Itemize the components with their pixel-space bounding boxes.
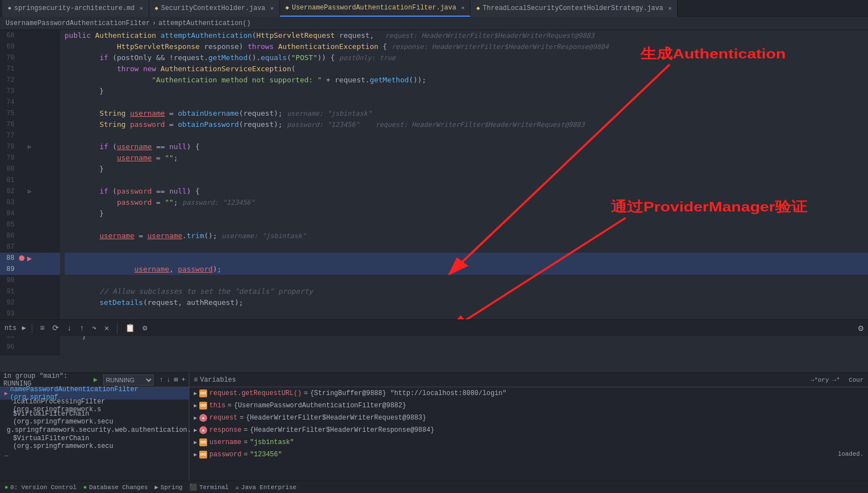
var-item-response[interactable]: ▶ ● response = {HeaderWriterFilter$Heade… [189, 424, 868, 436]
line-num-87: 87 [0, 243, 18, 251]
cs-item-6[interactable]: … [0, 448, 189, 461]
var-expand-password[interactable]: ▶ [194, 451, 197, 458]
var-right-text: →*ory →* [811, 377, 840, 383]
var-expand-this[interactable]: ▶ [194, 402, 197, 409]
toolbar-label: nts [4, 324, 17, 332]
toolbar-btn-step-out[interactable]: ↑ [77, 323, 86, 334]
line-num-88: 88 [0, 254, 18, 262]
toolbar-btn-table[interactable]: 📋 [123, 322, 137, 334]
status-spring[interactable]: ▶ Spring [155, 484, 183, 491]
var-item-username[interactable]: ▶ oo username = "jsbintask" [189, 436, 868, 448]
code-line-96 [65, 342, 868, 353]
var-expand-url[interactable]: ▶ [194, 390, 197, 397]
code-line-74 [65, 97, 868, 108]
thread-filter[interactable]: ⊞ [174, 376, 178, 384]
tab-md-close[interactable]: ✕ [140, 5, 143, 12]
code-line-70: if (postOnly && !request.getMethod().equ… [65, 52, 868, 63]
code-line-77 [65, 130, 868, 141]
line-num-74: 74 [0, 98, 18, 106]
code-lines: public Authentication attemptAuthenticat… [60, 30, 868, 353]
var-icon-username: oo [199, 438, 207, 446]
var-icon-password: oo [199, 451, 207, 459]
var-val-password: "123456" [250, 451, 282, 459]
code-line-76: String password = obtainPassword(request… [65, 119, 868, 130]
var-name-username: username [209, 438, 242, 446]
code-line-83: password = ""; password: "123456" [65, 197, 868, 208]
status-db-changes[interactable]: ● Database Changes [83, 484, 148, 491]
toolbar-btn-step-over[interactable]: ⟳ [50, 322, 61, 334]
line-num-70: 70 [0, 54, 18, 62]
cs-label-3: $VirtualFilterChain (org.springframework… [13, 410, 184, 426]
java-icon-3: ◆ [476, 4, 480, 12]
var-name-this: this [209, 402, 225, 410]
gear-icon[interactable]: ⚙ [858, 323, 864, 334]
status-terminal[interactable]: ⬛ Terminal [189, 484, 229, 491]
toolbar-btn-run-cursor[interactable]: ↷ [90, 322, 99, 334]
var-expand-request[interactable]: ▶ [194, 415, 197, 421]
fold-78[interactable]: ▷ [26, 144, 33, 150]
breadcrumb-method: attemptAuthentication() [158, 19, 251, 27]
var-item-url[interactable]: ▶ oo request.getRequestURL() = {StringBu… [189, 387, 868, 400]
tab-md[interactable]: ● springsecurity-architecture.md ✕ [2, 0, 149, 17]
line-num-83: 83 [0, 199, 18, 206]
fold-82[interactable]: ▷ [26, 188, 33, 195]
var-item-this[interactable]: ▶ oo this = {UsernamePasswordAuthenticat… [189, 400, 868, 412]
line-num-79: 79 [0, 154, 18, 162]
java-icon-2: ◆ [286, 4, 290, 11]
var-name-password: password [209, 451, 242, 459]
java-icon-1: ◆ [155, 4, 159, 12]
var-icon-url: oo [199, 390, 207, 397]
thread-down[interactable]: ↓ [166, 376, 170, 384]
code-line-91: // Allow subclasses to set the "details"… [65, 286, 868, 297]
var-val-url: {StringBuffer@9888} "http://localhost:80… [310, 390, 507, 397]
var-icon-this: oo [199, 402, 207, 410]
var-expand-response[interactable]: ▶ [194, 427, 197, 433]
var-item-password[interactable]: ▶ oo password = "123456" [189, 448, 868, 461]
cs-item-3[interactable]: $VirtualFilterChain (org.springframework… [0, 412, 189, 424]
var-expand-username[interactable]: ▶ [194, 439, 197, 446]
var-eq-username: = [244, 438, 248, 446]
toolbar-sep-2 [117, 323, 117, 333]
line-num-85: 85 [0, 221, 18, 229]
tab-threadlocal-close[interactable]: ✕ [668, 5, 671, 12]
var-eq-password: = [244, 451, 248, 459]
code-line-92: setDetails(request, authRequest); [65, 297, 868, 308]
tab-username-filter[interactable]: ◆ UsernamePasswordAuthenticationFilter.j… [280, 0, 471, 17]
code-line-73: } [65, 86, 868, 97]
thread-selector[interactable]: RUNNING SUSPENDED [103, 374, 154, 386]
tab-security-context[interactable]: ◆ SecurityContextHolder.java ✕ [149, 0, 280, 17]
line-num-84: 84 [0, 210, 18, 218]
line-num-89: 89 [0, 265, 18, 273]
var-controls: →*ory →* Cour [811, 377, 864, 383]
cs-dots: … [4, 451, 8, 459]
variables-title: Variables [200, 376, 236, 384]
cs-item-5[interactable]: $VirtualFilterChain (org.springframework… [0, 436, 189, 448]
line-num-81: 81 [0, 176, 18, 184]
terminal-label: Terminal [199, 484, 229, 491]
tab-threadlocal[interactable]: ◆ ThreadLocalSecurityContextHolderStrate… [470, 0, 678, 17]
vc-icon: ● [4, 484, 8, 491]
code-line-79: username = ""; [65, 152, 868, 164]
db-label: Database Changes [89, 484, 148, 491]
toolbar-btn-step-into[interactable]: ↓ [65, 323, 73, 334]
status-java[interactable]: ☕ Java Enterprise [236, 484, 297, 491]
line-num-73: 73 [0, 87, 18, 95]
thread-up[interactable]: ↑ [159, 376, 163, 384]
line-num-82: 82 [0, 188, 18, 195]
code-line-71: throw new AuthenticationServiceException… [65, 63, 868, 75]
add-btn[interactable]: + [182, 376, 185, 384]
tab-security-context-close[interactable]: ✕ [271, 5, 274, 12]
status-version-control[interactable]: ● 0: Version Control [4, 484, 76, 491]
var-item-request[interactable]: ▶ ● request = {HeaderWriterFilter$Header… [189, 412, 868, 424]
line-num-69: 69 [0, 43, 18, 51]
code-line-81 [65, 175, 868, 186]
tab-username-filter-close[interactable]: ✕ [461, 4, 464, 11]
toolbar-btn-settings2[interactable]: ⚙ [140, 322, 149, 334]
line-num-68: 68 [0, 32, 18, 40]
toolbar-btn-lines[interactable]: ≡ [38, 323, 47, 334]
cs-label-4: g.springframework.security.web.authentic… [7, 426, 191, 434]
spring-icon: ▶ [155, 484, 159, 491]
db-icon: ● [83, 484, 87, 491]
line-gutter: 68 69 70 71 72 73 [0, 30, 60, 356]
toolbar-btn-eval[interactable]: ✕ [102, 322, 111, 334]
